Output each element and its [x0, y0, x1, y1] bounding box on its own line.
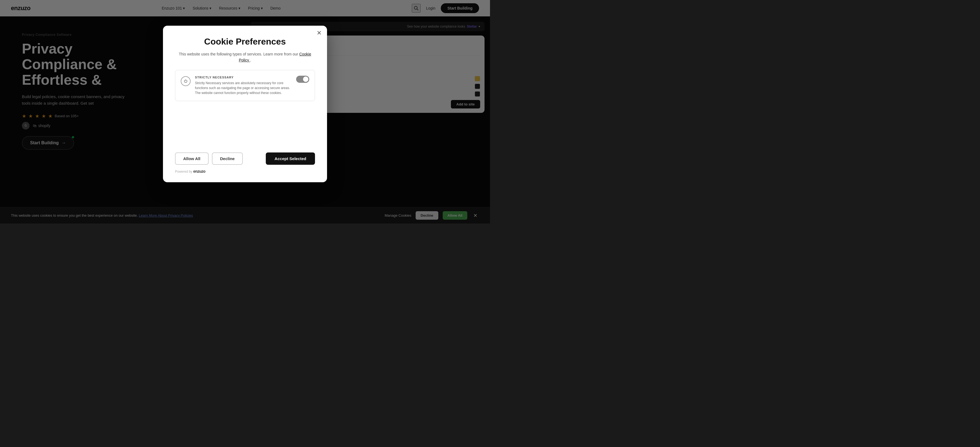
empty-section — [175, 106, 315, 150]
enzuzo-logo-small: enzuzo — [193, 169, 205, 173]
strictly-necessary-toggle[interactable] — [296, 76, 309, 83]
section-body: STRICTLY NECESSARY Strictly Necessary se… — [195, 76, 292, 95]
strictly-necessary-section: STRICTLY NECESSARY Strictly Necessary se… — [175, 70, 315, 101]
modal-footer: Allow All Decline Accept Selected — [175, 150, 315, 165]
cookie-preferences-modal: ✕ Cookie Preferences This website uses t… — [163, 26, 327, 182]
allow-all-button[interactable]: Allow All — [175, 152, 208, 165]
decline-button[interactable]: Decline — [212, 152, 243, 165]
modal-description: This website uses the following types of… — [175, 51, 315, 63]
modal-title: Cookie Preferences — [175, 36, 315, 47]
section-description: Strictly Necessary services are absolute… — [195, 81, 292, 95]
toggle-slider — [296, 76, 309, 83]
power-icon — [181, 76, 191, 86]
modal-close-button[interactable]: ✕ — [317, 30, 321, 36]
accept-selected-button[interactable]: Accept Selected — [266, 152, 315, 165]
section-header: STRICTLY NECESSARY Strictly Necessary se… — [181, 76, 309, 95]
section-title: STRICTLY NECESSARY — [195, 76, 292, 79]
powered-by: Powered by enzuzo — [175, 169, 315, 173]
